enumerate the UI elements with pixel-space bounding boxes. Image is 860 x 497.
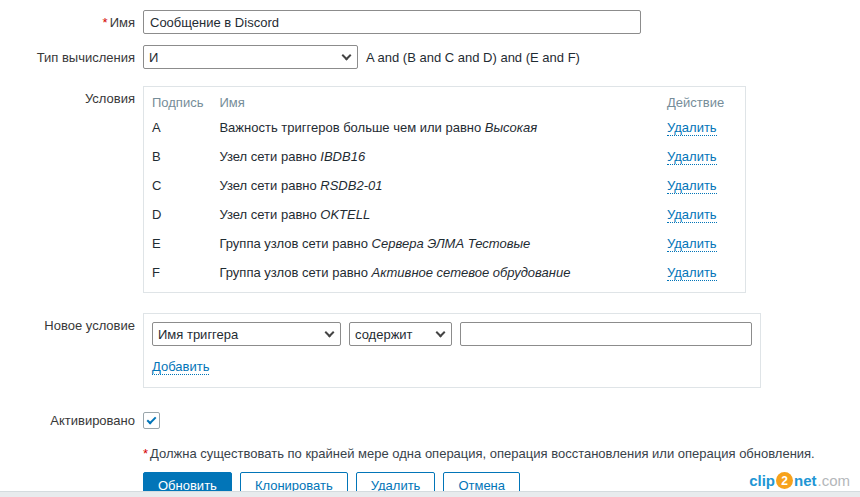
name-input[interactable] xyxy=(143,10,641,34)
condition-label: D xyxy=(144,200,211,229)
required-asterisk: * xyxy=(103,15,108,30)
condition-text: Узел сети равно xyxy=(219,207,320,222)
condition-name: Группа узлов сети равно Активное сетевое… xyxy=(211,258,659,292)
condition-action-cell: Удалить xyxy=(659,200,745,229)
condition-text: Узел сети равно xyxy=(219,149,320,164)
condition-text: Группа узлов сети равно xyxy=(219,236,371,251)
name-label: *Имя xyxy=(0,10,135,30)
condition-value: Сервера ЭЛМА Тестовые xyxy=(372,236,531,251)
action-edit-form: *Имя Тип вычисления И A and (B and C and… xyxy=(0,0,860,497)
condition-value-input[interactable] xyxy=(460,322,752,346)
condition-table-row: A Важность триггеров больше чем или равн… xyxy=(144,113,745,142)
condition-text: Важность триггеров больше чем или равно xyxy=(219,120,484,135)
condition-table-row: E Группа узлов сети равно Сервера ЭЛМА Т… xyxy=(144,229,745,258)
calc-formula: A and (B and C and D) and (E and F) xyxy=(366,45,580,65)
condition-value: OKTELL xyxy=(320,207,370,222)
conditions-table: Подпись Имя Действие A Важность триггеро… xyxy=(144,87,745,292)
condition-value: Высокая xyxy=(485,120,537,135)
condition-name: Важность триггеров больше чем или равно … xyxy=(211,113,659,142)
new-condition-fieldset: Имя триггера содержит Добавить xyxy=(143,313,761,388)
checkmark-icon xyxy=(147,415,157,425)
watermark-circle-2: 2 xyxy=(776,472,793,489)
watermark-net: net xyxy=(794,472,817,489)
condition-label: A xyxy=(144,113,211,142)
new-condition-label: Новое условие xyxy=(0,313,135,333)
condition-table-row: B Узел сети равно IBDB16 Удалить xyxy=(144,142,745,171)
clip2net-watermark: clip2net.com xyxy=(749,472,850,489)
new-condition-row: Новое условие Имя триггера содержит Доба xyxy=(0,313,860,388)
condition-action-cell: Удалить xyxy=(659,113,745,142)
condition-delete-link[interactable]: Удалить xyxy=(667,178,717,194)
name-row: *Имя xyxy=(0,10,860,34)
calc-type-label: Тип вычисления xyxy=(0,45,135,65)
note-row: *Должна существовать по крайней мере одн… xyxy=(0,446,860,461)
condition-label: F xyxy=(144,258,211,292)
condition-value: IBDB16 xyxy=(320,149,365,164)
required-asterisk: * xyxy=(143,446,148,461)
enabled-checkbox[interactable] xyxy=(143,412,160,429)
watermark-clip: clip xyxy=(749,472,775,489)
condition-action-cell: Удалить xyxy=(659,171,745,200)
condition-delete-link[interactable]: Удалить xyxy=(667,265,717,281)
condition-label: B xyxy=(144,142,211,171)
column-header-name: Имя xyxy=(211,87,659,113)
condition-label: E xyxy=(144,229,211,258)
conditions-body: A Важность триггеров больше чем или равн… xyxy=(144,113,745,292)
condition-delete-link[interactable]: Удалить xyxy=(667,120,717,136)
condition-delete-link[interactable]: Удалить xyxy=(667,149,717,165)
conditions-table-container: Подпись Имя Действие A Важность триггеро… xyxy=(143,86,746,293)
condition-table-row: D Узел сети равно OKTELL Удалить xyxy=(144,200,745,229)
condition-action-cell: Удалить xyxy=(659,229,745,258)
operations-note: *Должна существовать по крайней мере одн… xyxy=(143,446,815,461)
column-header-label: Подпись xyxy=(144,87,211,113)
condition-name: Узел сети равно OKTELL xyxy=(211,200,659,229)
condition-label: C xyxy=(144,171,211,200)
condition-value: Активное сетевое обрудование xyxy=(372,265,571,280)
condition-delete-link[interactable]: Удалить xyxy=(667,236,717,252)
condition-action-cell: Удалить xyxy=(659,258,745,292)
condition-action-cell: Удалить xyxy=(659,142,745,171)
column-header-action: Действие xyxy=(659,87,745,113)
condition-name: Узел сети равно RSDB2-01 xyxy=(211,171,659,200)
condition-name: Группа узлов сети равно Сервера ЭЛМА Тес… xyxy=(211,229,659,258)
condition-type-select[interactable]: Имя триггера xyxy=(152,322,341,346)
condition-delete-link[interactable]: Удалить xyxy=(667,207,717,223)
conditions-row: Условия Подпись Имя Действие A Важность … xyxy=(0,86,860,293)
condition-table-row: F Группа узлов сети равно Активное сетев… xyxy=(144,258,745,292)
condition-text: Узел сети равно xyxy=(219,178,320,193)
condition-name: Узел сети равно IBDB16 xyxy=(211,142,659,171)
enabled-row: Активировано xyxy=(0,408,860,429)
enabled-label: Активировано xyxy=(0,408,135,428)
bottom-edge-bar xyxy=(0,491,860,497)
condition-operator-select[interactable]: содержит xyxy=(349,322,452,346)
condition-table-row: C Узел сети равно RSDB2-01 Удалить xyxy=(144,171,745,200)
condition-text: Группа узлов сети равно xyxy=(219,265,371,280)
calc-type-select[interactable]: И xyxy=(143,45,358,69)
condition-value: RSDB2-01 xyxy=(320,178,382,193)
conditions-label: Условия xyxy=(0,86,135,106)
watermark-com: .com xyxy=(817,472,850,489)
calc-type-row: Тип вычисления И A and (B and C and D) a… xyxy=(0,45,860,69)
add-condition-link[interactable]: Добавить xyxy=(152,359,209,375)
